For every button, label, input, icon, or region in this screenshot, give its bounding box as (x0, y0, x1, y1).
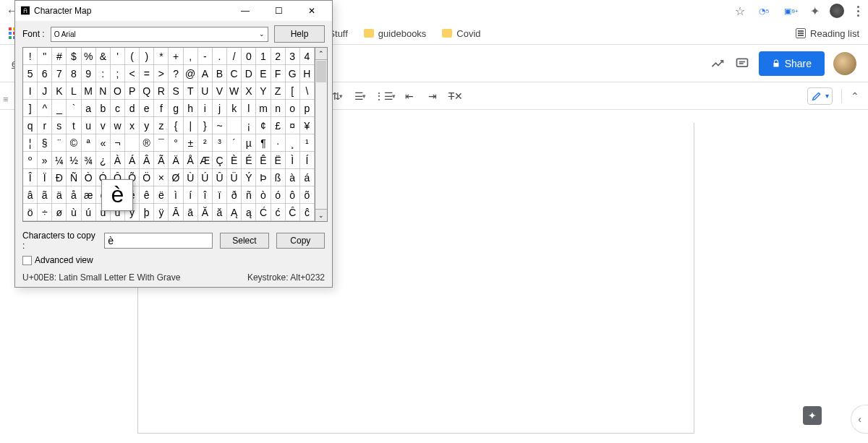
char-cell[interactable]: u (82, 117, 96, 134)
char-cell[interactable]: Ð (52, 169, 67, 186)
char-cell[interactable] (227, 117, 242, 134)
char-cell[interactable]: r (38, 117, 52, 134)
char-cell[interactable]: & (96, 48, 111, 65)
chrome-menu-icon[interactable] (854, 3, 862, 20)
font-select[interactable]: O Arial ⌄ (51, 27, 268, 42)
char-cell[interactable]: ã (38, 186, 52, 204)
char-cell[interactable]: Ĉ (286, 204, 300, 221)
char-cell[interactable]: ä (52, 186, 67, 204)
char-cell[interactable]: U (198, 82, 213, 100)
char-cell[interactable]: ¸ (286, 134, 300, 152)
char-cell[interactable]: « (96, 134, 111, 152)
char-cell[interactable]: Ą (227, 204, 242, 221)
char-cell[interactable]: V (213, 82, 227, 100)
char-cell[interactable]: F (271, 65, 286, 82)
char-cell[interactable]: E (256, 65, 271, 82)
char-cell[interactable]: P (125, 82, 140, 100)
char-cell[interactable]: · (271, 134, 286, 152)
char-cell[interactable]: ] (23, 100, 38, 117)
char-cell[interactable]: ³ (213, 134, 227, 152)
char-cell[interactable]: O (111, 82, 125, 100)
char-cell[interactable]: ~ (213, 117, 227, 134)
char-cell[interactable]: 9 (82, 65, 96, 82)
char-cell[interactable]: 7 (52, 65, 67, 82)
char-cell[interactable]: { (169, 117, 183, 134)
char-cell[interactable]: f (154, 100, 169, 117)
scroll-up-button[interactable]: ⌃ (315, 48, 327, 60)
char-cell[interactable]: ( (125, 48, 140, 65)
char-cell[interactable]: ¥ (300, 117, 315, 134)
char-cell[interactable]: Í (300, 152, 315, 169)
bottom-extension-icon[interactable]: ✦ (803, 406, 822, 425)
char-cell[interactable]: t (67, 117, 81, 134)
char-cell[interactable]: n (271, 100, 286, 117)
comments-icon[interactable] (734, 56, 750, 72)
char-cell[interactable]: Â (140, 152, 154, 169)
char-cell[interactable]: " (38, 48, 52, 65)
char-cell[interactable]: Ü (227, 169, 242, 186)
grid-scrollbar[interactable]: ⌃ ⌄ (315, 47, 328, 222)
char-cell[interactable]: o (286, 100, 300, 117)
char-cell[interactable]: _ (52, 100, 67, 117)
char-cell[interactable]: ^ (38, 100, 52, 117)
decrease-indent-button[interactable]: ⇤ (400, 87, 419, 106)
char-cell[interactable]: ` (67, 100, 81, 117)
help-button[interactable]: Help (274, 25, 325, 43)
char-cell[interactable]: ; (111, 65, 125, 82)
char-cell[interactable]: ¿ (96, 152, 111, 169)
char-cell[interactable]: C (227, 65, 242, 82)
char-cell[interactable]: ñ (242, 186, 256, 204)
char-cell[interactable]: ½ (67, 152, 81, 169)
char-cell[interactable]: = (140, 65, 154, 82)
char-cell[interactable]: å (67, 186, 81, 204)
char-cell[interactable]: ¹ (300, 134, 315, 152)
char-cell[interactable]: , (184, 48, 198, 65)
char-cell[interactable]: ® (140, 134, 154, 152)
char-cell[interactable]: ª (82, 134, 96, 152)
char-cell[interactable]: Ă (198, 204, 213, 221)
char-cell[interactable]: m (256, 100, 271, 117)
char-cell[interactable]: W (227, 82, 242, 100)
char-cell[interactable]: ¼ (52, 152, 67, 169)
char-cell[interactable]: » (38, 152, 52, 169)
char-cell[interactable]: î (198, 186, 213, 204)
char-cell[interactable]: È (227, 152, 242, 169)
char-cell[interactable]: @ (184, 65, 198, 82)
char-cell[interactable]: À (111, 152, 125, 169)
char-cell[interactable]: ¡ (242, 117, 256, 134)
char-cell[interactable]: Ù (184, 169, 198, 186)
char-cell[interactable]: \ (300, 82, 315, 100)
char-cell[interactable]: ą (242, 204, 256, 221)
char-cell[interactable]: e (140, 100, 154, 117)
char-cell[interactable]: ¯ (154, 134, 169, 152)
char-cell[interactable]: z (154, 117, 169, 134)
char-cell[interactable]: ¨ (52, 134, 67, 152)
char-cell[interactable]: * (154, 48, 169, 65)
char-cell[interactable]: 2 (271, 48, 286, 65)
share-button[interactable]: Share (759, 51, 825, 76)
char-cell[interactable]: Æ (198, 152, 213, 169)
char-cell[interactable]: ù (67, 204, 81, 221)
char-cell[interactable]: ö (23, 204, 38, 221)
char-cell[interactable]: ë (154, 186, 169, 204)
char-cell[interactable]: § (38, 134, 52, 152)
char-cell[interactable]: Ò (82, 169, 96, 186)
char-cell[interactable]: A (198, 65, 213, 82)
char-cell[interactable]: Ã (154, 152, 169, 169)
char-cell[interactable]: ĉ (300, 204, 315, 221)
char-cell[interactable]: Ê (256, 152, 271, 169)
char-cell[interactable]: Ç (213, 152, 227, 169)
char-cell[interactable]: } (198, 117, 213, 134)
char-cell[interactable]: ć (271, 204, 286, 221)
char-cell[interactable]: 6 (38, 65, 52, 82)
char-cell[interactable]: d (125, 100, 140, 117)
char-cell[interactable]: l (242, 100, 256, 117)
char-cell[interactable]: - (198, 48, 213, 65)
char-cell[interactable]: ¾ (82, 152, 96, 169)
char-cell[interactable]: Ā (169, 204, 183, 221)
char-cell[interactable]: R (154, 82, 169, 100)
char-cell[interactable]: ÷ (38, 204, 52, 221)
char-cell[interactable]: © (67, 134, 81, 152)
char-cell[interactable]: 5 (23, 65, 38, 82)
char-cell[interactable]: ² (198, 134, 213, 152)
